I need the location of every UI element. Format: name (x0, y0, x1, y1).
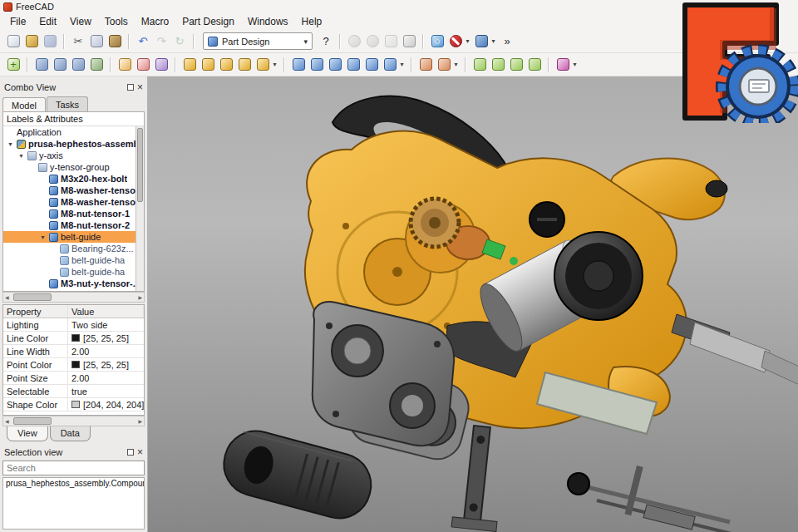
groove-icon[interactable] (327, 57, 343, 73)
tab-data[interactable]: Data (50, 426, 91, 441)
model-fence-rods[interactable] (568, 466, 738, 532)
tree-expand-arrow-icon[interactable]: ▼ (39, 234, 47, 240)
property-value[interactable]: [25, 25, 25] (68, 332, 144, 344)
menu-part-design[interactable]: Part Design (175, 14, 241, 29)
draft-icon[interactable] (508, 57, 525, 73)
linear-pattern-icon[interactable] (436, 57, 452, 73)
property-horizontal-scrollbar[interactable]: ◀▶ (2, 416, 145, 426)
thickness-icon[interactable] (526, 57, 543, 73)
menu-tools[interactable]: Tools (98, 14, 135, 29)
property-value[interactable]: 2.00 (68, 372, 144, 384)
create-sketch-icon[interactable] (116, 57, 133, 73)
fillet-icon[interactable] (471, 57, 488, 73)
tree-item-m8-washer-tenso[interactable]: M8-washer-tenso (3, 196, 144, 208)
combo-view-close-icon[interactable]: × (137, 84, 143, 91)
tree-vertical-scrollbar[interactable] (135, 126, 144, 291)
chamfer-icon[interactable] (490, 57, 506, 73)
document-new-icon[interactable] (5, 33, 22, 50)
copy-icon[interactable] (88, 33, 105, 50)
combo-view-float-icon[interactable] (127, 84, 134, 91)
model-belt-cover[interactable] (217, 424, 378, 525)
edit-sketch-icon[interactable] (135, 57, 151, 73)
undo-icon[interactable]: ↶ (135, 33, 151, 50)
menu-view[interactable]: View (63, 14, 98, 29)
pocket-icon[interactable] (290, 57, 307, 73)
model-dial[interactable] (530, 202, 564, 237)
subtractive-primitive-icon[interactable] (382, 57, 398, 73)
document-save-icon[interactable] (42, 33, 58, 50)
dropdown-arrow-icon[interactable]: ▾ (452, 61, 460, 68)
tree-horizontal-scrollbar[interactable]: ◀▶ (2, 292, 145, 303)
tab-view[interactable]: View (7, 426, 48, 441)
tree-item-belt-guide[interactable]: ▼belt-guide (3, 231, 144, 243)
additive-loft-icon[interactable] (218, 57, 234, 73)
selection-search-input[interactable] (2, 461, 145, 475)
document-open-icon[interactable] (23, 33, 40, 50)
tree-item-belt-guide-ha[interactable]: belt-guide-ha (3, 266, 144, 278)
3d-model-planer[interactable] (148, 76, 798, 532)
tree-item-m3x20-hex-bolt[interactable]: M3x20-hex-bolt (3, 173, 144, 185)
property-value[interactable]: [204, 204, 204] (68, 398, 144, 411)
datum-line-icon[interactable] (52, 57, 68, 73)
property-value[interactable]: [25, 25, 25] (68, 358, 144, 371)
toolbar-overflow-chevron[interactable]: » (499, 33, 515, 50)
tab-model[interactable]: Model (2, 97, 46, 112)
create-body-icon[interactable]: + (5, 57, 22, 73)
tree-item-y-axis[interactable]: ▼y-axis (3, 150, 144, 161)
selection-view-float-icon[interactable] (127, 449, 134, 456)
revolution-icon[interactable] (200, 57, 216, 73)
tree-item-prusa-hephestos-assembly[interactable]: ▼prusa-hephestos-assembly (3, 138, 144, 150)
subtractive-pipe-icon[interactable] (363, 57, 380, 73)
macro-stop-icon[interactable] (364, 33, 381, 50)
macro-record-icon[interactable] (346, 33, 362, 50)
3d-viewport[interactable] (148, 76, 798, 532)
model-blade[interactable] (672, 314, 798, 386)
model-knob[interactable] (554, 232, 643, 320)
pad-icon[interactable] (181, 57, 198, 73)
dropdown-arrow-icon[interactable]: ▾ (398, 61, 406, 68)
property-value[interactable]: Two side (68, 318, 144, 331)
paste-icon[interactable] (106, 33, 123, 50)
menu-help[interactable]: Help (295, 14, 329, 29)
additive-pipe-icon[interactable] (236, 57, 253, 73)
tree-item-m8-washer-tenso[interactable]: M8-washer-tenso (3, 185, 144, 196)
dropdown-arrow-icon[interactable]: ▾ (571, 61, 579, 68)
tree-item-y-tensor-group[interactable]: y-tensor-group (3, 161, 144, 173)
hole-icon[interactable] (308, 57, 325, 73)
property-value[interactable]: 2.00 (68, 345, 144, 357)
datum-plane-icon[interactable] (33, 57, 50, 73)
tab-tasks[interactable]: Tasks (47, 96, 88, 111)
tree-item-application[interactable]: Application (3, 126, 144, 138)
selection-list-item[interactable]: prusa_hephestos_assembly.Compound0 (3, 478, 144, 489)
whats-this-icon[interactable]: ? (318, 33, 334, 50)
dropdown-arrow-icon[interactable]: ▾ (490, 37, 497, 45)
tree-item-m3-nut-y-tensor[interactable]: M3-nut-y-tensor-... (3, 278, 144, 289)
tree-item-bearing-623z[interactable]: Bearing-623z... (3, 243, 144, 254)
additive-primitive-icon[interactable] (254, 57, 271, 73)
macro-edit-icon[interactable] (401, 33, 417, 50)
boolean-operation-icon[interactable] (554, 57, 571, 73)
axonometric-view-icon[interactable] (473, 33, 490, 50)
tree-item-belt-guide-ha[interactable]: belt-guide-ha (3, 254, 144, 266)
map-sketch-icon[interactable] (153, 57, 170, 73)
cut-icon[interactable]: ✂ (70, 33, 86, 50)
menu-macro[interactable]: Macro (135, 14, 175, 29)
tree-item-m8-nut-tensor-1[interactable]: M8-nut-tensor-1 (3, 208, 144, 219)
refresh-icon[interactable]: ↻ (171, 33, 188, 50)
menu-file[interactable]: File (3, 14, 32, 29)
box-zoom-icon[interactable]: ○ (429, 33, 446, 50)
dropdown-arrow-icon[interactable]: ▾ (464, 37, 471, 45)
shape-binder-icon[interactable] (88, 57, 105, 73)
mirrored-icon[interactable] (417, 57, 434, 73)
workbench-selector[interactable]: Part Design▾ (203, 32, 313, 50)
tree-item-m8-nut-tensor-2[interactable]: M8-nut-tensor-2 (3, 219, 144, 231)
menu-edit[interactable]: Edit (32, 14, 63, 29)
clipping-plane-icon[interactable] (447, 33, 464, 50)
selection-view-close-icon[interactable]: × (137, 449, 143, 456)
redo-icon[interactable]: ↷ (153, 33, 170, 50)
tree-expand-arrow-icon[interactable]: ▼ (17, 153, 25, 159)
property-value[interactable]: true (68, 385, 144, 397)
menu-windows[interactable]: Windows (241, 14, 295, 29)
dropdown-arrow-icon[interactable]: ▾ (271, 61, 278, 68)
macro-execute-icon[interactable] (382, 33, 399, 50)
